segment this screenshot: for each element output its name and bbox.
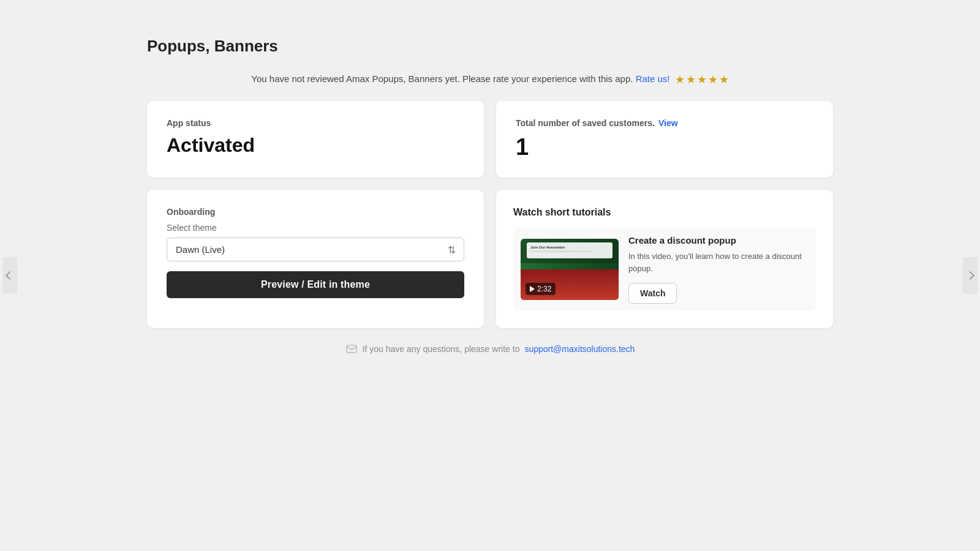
preview-edit-button[interactable]: Preview / Edit in theme bbox=[167, 271, 464, 298]
tutorial-info: Create a discount popup In this video, y… bbox=[628, 235, 809, 304]
app-status-value: Activated bbox=[167, 134, 464, 157]
bottom-cards-row: Onboarding Select theme Dawn (Live) Othe… bbox=[147, 190, 833, 328]
chevron-right-icon bbox=[966, 271, 974, 280]
customers-count: 1 bbox=[516, 134, 813, 160]
email-icon bbox=[345, 343, 358, 355]
onboarding-title: Onboarding bbox=[167, 207, 464, 217]
star-5: ★ bbox=[719, 73, 729, 86]
star-3: ★ bbox=[697, 73, 707, 86]
review-banner-text: You have not reviewed Amax Popups, Banne… bbox=[251, 73, 633, 84]
customers-label: Total number of saved customers. bbox=[516, 118, 655, 128]
tutorial-item: Join Our Newsletter 2:32 bbox=[513, 228, 816, 311]
star-rating: ★ ★ ★ ★ ★ bbox=[675, 73, 729, 86]
rate-us-link[interactable]: Rate us! bbox=[636, 73, 670, 84]
tutorial-title: Create a discount popup bbox=[628, 235, 809, 246]
support-email-link[interactable]: support@maxitsolutions.tech bbox=[524, 344, 635, 354]
footer-text: If you have any questions, please write … bbox=[363, 344, 520, 354]
select-theme-label: Select theme bbox=[167, 223, 464, 233]
video-duration: 2:32 bbox=[537, 285, 551, 293]
customers-view-link[interactable]: View bbox=[658, 118, 678, 128]
tutorial-description: In this video, you'll learn how to creat… bbox=[628, 250, 809, 274]
video-thumbnail[interactable]: Join Our Newsletter 2:32 bbox=[521, 239, 619, 300]
watch-button[interactable]: Watch bbox=[628, 283, 677, 304]
star-1: ★ bbox=[675, 73, 685, 86]
app-status-label: App status bbox=[167, 118, 464, 128]
customers-card: Total number of saved customers. View 1 bbox=[496, 101, 833, 178]
review-banner: You have not reviewed Amax Popups, Banne… bbox=[147, 73, 833, 86]
theme-select-wrapper: Dawn (Live) Other Theme ⇅ bbox=[167, 238, 464, 261]
footer-support: If you have any questions, please write … bbox=[147, 343, 833, 355]
tutorials-title: Watch short tutorials bbox=[513, 207, 816, 218]
tutorials-card: Watch short tutorials Join Our Newslette… bbox=[496, 190, 833, 328]
star-4: ★ bbox=[708, 73, 718, 86]
svg-rect-0 bbox=[347, 345, 356, 353]
theme-select[interactable]: Dawn (Live) Other Theme bbox=[167, 238, 464, 261]
play-icon bbox=[530, 286, 535, 292]
onboarding-card: Onboarding Select theme Dawn (Live) Othe… bbox=[147, 190, 484, 328]
side-nav-right[interactable] bbox=[963, 257, 978, 294]
side-nav-left[interactable] bbox=[2, 257, 17, 294]
page-title: Popups, Banners bbox=[147, 37, 833, 56]
star-2: ★ bbox=[686, 73, 696, 86]
chevron-left-icon bbox=[6, 271, 14, 280]
play-overlay[interactable]: 2:32 bbox=[526, 283, 556, 295]
app-status-card: App status Activated bbox=[147, 101, 484, 178]
top-cards-row: App status Activated Total number of sav… bbox=[147, 101, 833, 178]
page-container: Popups, Banners You have not reviewed Am… bbox=[123, 0, 858, 380]
customers-card-header: Total number of saved customers. View bbox=[516, 118, 813, 128]
